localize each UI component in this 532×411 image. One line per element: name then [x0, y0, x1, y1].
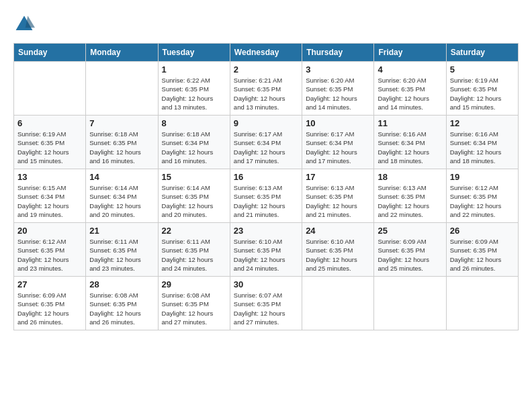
- calendar-cell: 8Sunrise: 6:18 AMSunset: 6:34 PMDaylight…: [158, 116, 230, 169]
- day-number: 19: [450, 172, 515, 182]
- day-info: Sunrise: 6:09 AMSunset: 6:35 PMDaylight:…: [378, 237, 442, 273]
- day-info: Sunrise: 6:13 AMSunset: 6:35 PMDaylight:…: [234, 183, 298, 219]
- weekday-header: Friday: [374, 44, 446, 62]
- day-info: Sunrise: 6:19 AMSunset: 6:35 PMDaylight:…: [450, 76, 515, 111]
- calendar-cell: 18Sunrise: 6:13 AMSunset: 6:35 PMDayligh…: [374, 169, 446, 223]
- day-number: 25: [378, 226, 442, 236]
- day-info: Sunrise: 6:09 AMSunset: 6:35 PMDaylight:…: [17, 291, 82, 326]
- calendar-header-row: SundayMondayTuesdayWednesdayThursdayFrid…: [14, 44, 519, 62]
- day-number: 3: [306, 64, 370, 75]
- calendar-cell: 10Sunrise: 6:17 AMSunset: 6:34 PMDayligh…: [302, 116, 374, 169]
- day-number: 29: [162, 279, 226, 289]
- weekday-header: Thursday: [302, 44, 374, 62]
- calendar-week-row: 27Sunrise: 6:09 AMSunset: 6:35 PMDayligh…: [14, 277, 519, 330]
- calendar-cell: 27Sunrise: 6:09 AMSunset: 6:35 PMDayligh…: [14, 277, 86, 330]
- day-number: 21: [89, 226, 154, 236]
- day-number: 10: [306, 118, 370, 128]
- day-info: Sunrise: 6:20 AMSunset: 6:35 PMDaylight:…: [378, 76, 442, 111]
- day-number: 12: [450, 118, 515, 128]
- calendar-cell: [302, 277, 374, 330]
- page-header: [13, 13, 519, 35]
- day-info: Sunrise: 6:17 AMSunset: 6:34 PMDaylight:…: [234, 130, 298, 165]
- calendar-cell: 26Sunrise: 6:09 AMSunset: 6:35 PMDayligh…: [446, 223, 518, 277]
- calendar-cell: 13Sunrise: 6:15 AMSunset: 6:34 PMDayligh…: [14, 169, 86, 223]
- calendar-cell: 5Sunrise: 6:19 AMSunset: 6:35 PMDaylight…: [446, 62, 518, 116]
- calendar-cell: 4Sunrise: 6:20 AMSunset: 6:35 PMDaylight…: [374, 62, 446, 116]
- day-number: 14: [89, 172, 154, 182]
- day-number: 18: [378, 172, 442, 182]
- day-info: Sunrise: 6:14 AMSunset: 6:34 PMDaylight:…: [89, 183, 154, 219]
- calendar-cell: 20Sunrise: 6:12 AMSunset: 6:35 PMDayligh…: [14, 223, 86, 277]
- weekday-header: Monday: [86, 44, 158, 62]
- day-info: Sunrise: 6:22 AMSunset: 6:35 PMDaylight:…: [162, 76, 226, 111]
- day-info: Sunrise: 6:12 AMSunset: 6:35 PMDaylight:…: [17, 237, 82, 273]
- day-info: Sunrise: 6:16 AMSunset: 6:34 PMDaylight:…: [450, 130, 515, 165]
- day-number: 1: [162, 64, 226, 75]
- weekday-header: Sunday: [14, 44, 86, 62]
- calendar-week-row: 6Sunrise: 6:19 AMSunset: 6:35 PMDaylight…: [14, 116, 519, 169]
- calendar-cell: 3Sunrise: 6:20 AMSunset: 6:35 PMDaylight…: [302, 62, 374, 116]
- calendar-cell: 11Sunrise: 6:16 AMSunset: 6:34 PMDayligh…: [374, 116, 446, 169]
- day-number: 16: [234, 172, 298, 182]
- day-info: Sunrise: 6:13 AMSunset: 6:35 PMDaylight:…: [378, 183, 442, 219]
- calendar-cell: [86, 62, 158, 116]
- calendar-cell: [14, 62, 86, 116]
- day-number: 4: [378, 64, 442, 75]
- day-number: 28: [89, 279, 154, 289]
- weekday-header: Saturday: [446, 44, 518, 62]
- calendar-cell: 24Sunrise: 6:10 AMSunset: 6:35 PMDayligh…: [302, 223, 374, 277]
- day-info: Sunrise: 6:16 AMSunset: 6:34 PMDaylight:…: [378, 130, 442, 165]
- day-number: 7: [89, 118, 154, 128]
- calendar-cell: 17Sunrise: 6:13 AMSunset: 6:35 PMDayligh…: [302, 169, 374, 223]
- calendar-cell: 16Sunrise: 6:13 AMSunset: 6:35 PMDayligh…: [230, 169, 302, 223]
- day-number: 8: [162, 118, 226, 128]
- calendar-cell: 30Sunrise: 6:07 AMSunset: 6:35 PMDayligh…: [230, 277, 302, 330]
- calendar-cell: 6Sunrise: 6:19 AMSunset: 6:35 PMDaylight…: [14, 116, 86, 169]
- calendar-week-row: 20Sunrise: 6:12 AMSunset: 6:35 PMDayligh…: [14, 223, 519, 277]
- weekday-header: Tuesday: [158, 44, 230, 62]
- weekday-header: Wednesday: [230, 44, 302, 62]
- calendar-cell: 15Sunrise: 6:14 AMSunset: 6:35 PMDayligh…: [158, 169, 230, 223]
- calendar-cell: 19Sunrise: 6:12 AMSunset: 6:35 PMDayligh…: [446, 169, 518, 223]
- calendar-cell: 7Sunrise: 6:18 AMSunset: 6:35 PMDaylight…: [86, 116, 158, 169]
- day-number: 2: [234, 64, 298, 75]
- calendar-cell: 1Sunrise: 6:22 AMSunset: 6:35 PMDaylight…: [158, 62, 230, 116]
- calendar-week-row: 13Sunrise: 6:15 AMSunset: 6:34 PMDayligh…: [14, 169, 519, 223]
- day-info: Sunrise: 6:19 AMSunset: 6:35 PMDaylight:…: [17, 130, 82, 165]
- day-number: 15: [162, 172, 226, 182]
- calendar-cell: 2Sunrise: 6:21 AMSunset: 6:35 PMDaylight…: [230, 62, 302, 116]
- day-number: 6: [17, 118, 82, 128]
- logo: [13, 13, 38, 35]
- calendar-week-row: 1Sunrise: 6:22 AMSunset: 6:35 PMDaylight…: [14, 62, 519, 116]
- day-number: 20: [17, 226, 82, 236]
- day-number: 5: [450, 64, 515, 75]
- day-number: 23: [234, 226, 298, 236]
- day-info: Sunrise: 6:12 AMSunset: 6:35 PMDaylight:…: [450, 183, 515, 219]
- day-info: Sunrise: 6:07 AMSunset: 6:35 PMDaylight:…: [234, 291, 298, 326]
- calendar-cell: 28Sunrise: 6:08 AMSunset: 6:35 PMDayligh…: [86, 277, 158, 330]
- calendar-cell: [446, 277, 518, 330]
- calendar-cell: [374, 277, 446, 330]
- calendar-cell: 25Sunrise: 6:09 AMSunset: 6:35 PMDayligh…: [374, 223, 446, 277]
- day-info: Sunrise: 6:18 AMSunset: 6:34 PMDaylight:…: [162, 130, 226, 165]
- svg-marker-1: [26, 16, 35, 28]
- day-number: 27: [17, 279, 82, 289]
- logo-icon: [13, 13, 35, 35]
- day-info: Sunrise: 6:10 AMSunset: 6:35 PMDaylight:…: [234, 237, 298, 273]
- day-info: Sunrise: 6:21 AMSunset: 6:35 PMDaylight:…: [234, 76, 298, 111]
- day-info: Sunrise: 6:08 AMSunset: 6:35 PMDaylight:…: [162, 291, 226, 326]
- day-number: 22: [162, 226, 226, 236]
- day-info: Sunrise: 6:11 AMSunset: 6:35 PMDaylight:…: [162, 237, 226, 273]
- day-info: Sunrise: 6:10 AMSunset: 6:35 PMDaylight:…: [306, 237, 370, 273]
- day-number: 17: [306, 172, 370, 182]
- day-info: Sunrise: 6:18 AMSunset: 6:35 PMDaylight:…: [89, 130, 154, 165]
- calendar-cell: 12Sunrise: 6:16 AMSunset: 6:34 PMDayligh…: [446, 116, 518, 169]
- calendar-cell: 22Sunrise: 6:11 AMSunset: 6:35 PMDayligh…: [158, 223, 230, 277]
- calendar-cell: 23Sunrise: 6:10 AMSunset: 6:35 PMDayligh…: [230, 223, 302, 277]
- day-number: 9: [234, 118, 298, 128]
- day-number: 11: [378, 118, 442, 128]
- calendar-cell: 9Sunrise: 6:17 AMSunset: 6:34 PMDaylight…: [230, 116, 302, 169]
- day-info: Sunrise: 6:17 AMSunset: 6:34 PMDaylight:…: [306, 130, 370, 165]
- day-info: Sunrise: 6:15 AMSunset: 6:34 PMDaylight:…: [17, 183, 82, 219]
- day-number: 26: [450, 226, 515, 236]
